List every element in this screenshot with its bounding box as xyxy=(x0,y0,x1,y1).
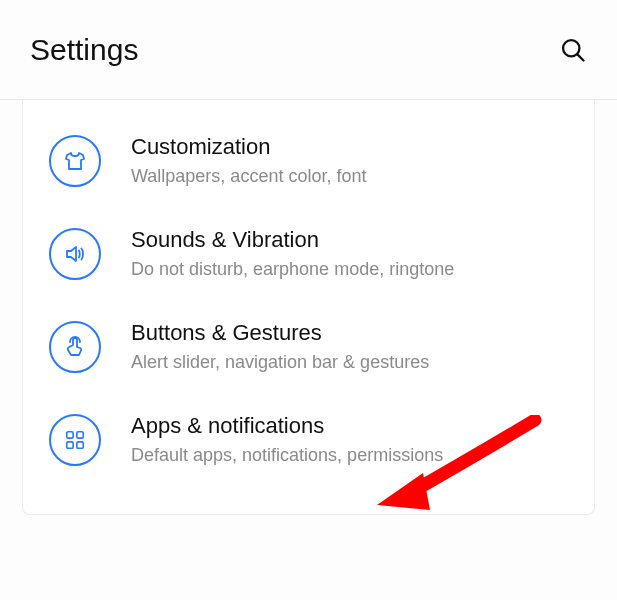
list-item-title: Buttons & Gestures xyxy=(131,320,429,346)
list-item-subtitle: Default apps, notifications, permissions xyxy=(131,445,443,466)
list-item-subtitle: Wallpapers, accent color, font xyxy=(131,166,366,187)
svg-rect-5 xyxy=(77,441,83,447)
list-item-text: Customization Wallpapers, accent color, … xyxy=(131,134,366,187)
list-item-text: Buttons & Gestures Alert slider, navigat… xyxy=(131,320,429,373)
list-item-text: Sounds & Vibration Do not disturb, earph… xyxy=(131,227,454,280)
settings-list: Customization Wallpapers, accent color, … xyxy=(22,100,595,515)
list-item-buttons[interactable]: Buttons & Gestures Alert slider, navigat… xyxy=(23,300,594,393)
list-item-sounds[interactable]: Sounds & Vibration Do not disturb, earph… xyxy=(23,207,594,300)
list-item-apps[interactable]: Apps & notifications Default apps, notif… xyxy=(23,393,594,486)
list-item-customization[interactable]: Customization Wallpapers, accent color, … xyxy=(23,114,594,207)
header: Settings xyxy=(0,0,617,100)
svg-line-1 xyxy=(577,54,583,60)
shirt-icon xyxy=(49,135,101,187)
search-icon[interactable] xyxy=(559,36,587,64)
list-item-text: Apps & notifications Default apps, notif… xyxy=(131,413,443,466)
svg-rect-4 xyxy=(67,441,73,447)
list-item-title: Apps & notifications xyxy=(131,413,443,439)
apps-icon xyxy=(49,414,101,466)
touch-icon xyxy=(49,321,101,373)
speaker-icon xyxy=(49,228,101,280)
svg-rect-3 xyxy=(77,431,83,437)
list-item-subtitle: Do not disturb, earphone mode, ringtone xyxy=(131,259,454,280)
list-item-title: Customization xyxy=(131,134,366,160)
list-item-subtitle: Alert slider, navigation bar & gestures xyxy=(131,352,429,373)
list-item-title: Sounds & Vibration xyxy=(131,227,454,253)
page-title: Settings xyxy=(30,33,138,67)
svg-rect-2 xyxy=(67,431,73,437)
